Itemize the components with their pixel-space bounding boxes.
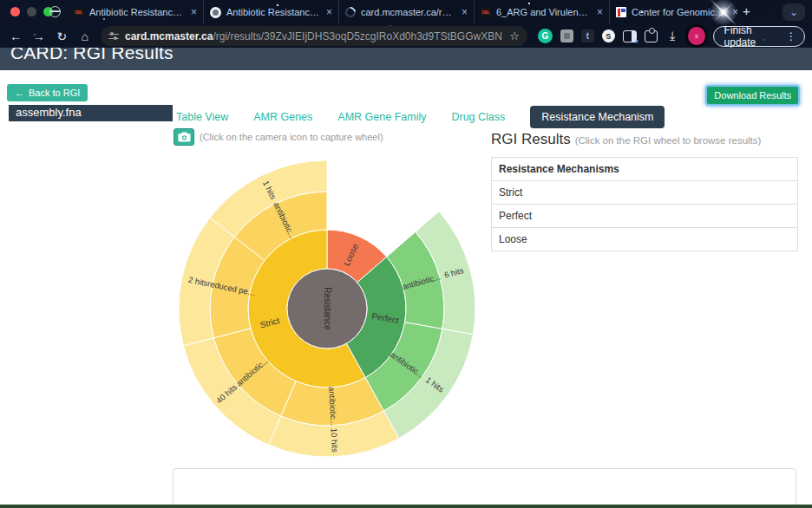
results-table-header: Resistance Mechanisms [492, 158, 797, 180]
browser-window: DBLAntibiotic Resistance Genes×Antibioti… [0, 0, 812, 508]
camera-row: (Click on the camera icon to capture whe… [174, 128, 383, 146]
footer-strip [0, 505, 812, 508]
results-panel: RGI Results(Click on the RGI wheel to br… [491, 131, 798, 251]
tab-table-view[interactable]: Table View [176, 111, 228, 123]
chevron-down-icon: ⌄ [789, 6, 798, 18]
cge-favicon [616, 7, 626, 17]
view-tabs: Table ViewAMR GenesAMR Gene FamilyDrug C… [176, 106, 665, 128]
page-header: CARD: RGI Results [0, 48, 812, 70]
dbl-favicon: DBL [481, 7, 491, 17]
back-arrow-icon: ← [15, 88, 24, 98]
close-icon[interactable]: × [732, 7, 738, 17]
page-content: ← Back to RGI assembly.fna Table ViewAMR… [0, 70, 812, 508]
s-extension-icon[interactable]: S [602, 29, 615, 42]
home-icon[interactable]: ⌂ [78, 29, 93, 43]
detail-panel [173, 468, 796, 508]
wheel-label: 10 hits [329, 428, 339, 453]
tab-search-button[interactable]: ⌄ [783, 3, 805, 21]
t-extension-icon[interactable]: t [581, 29, 594, 42]
download-icon[interactable]: ⤓ [665, 29, 680, 43]
back-icon[interactable]: ← [9, 29, 23, 43]
close-icon[interactable]: × [462, 7, 468, 17]
extensions-puzzle-icon[interactable] [645, 30, 658, 42]
browser-tab[interactable]: Antibiotic Resistance and Vir× [203, 0, 338, 24]
wheel-label: antibiotic... [327, 387, 338, 427]
finish-update-label: Finish update [724, 24, 780, 49]
grammarly-extension-icon[interactable]: G [538, 29, 553, 43]
url-domain: card.mcmaster.ca [125, 30, 213, 42]
tab-drug-class[interactable]: Drug Class [451, 111, 505, 123]
profile-avatar[interactable]: s [688, 27, 704, 45]
browser-tabs: DBLAntibiotic Resistance Genes×Antibioti… [68, 0, 737, 24]
browser-tab[interactable]: Center for Genomic Epidemo× [609, 0, 744, 24]
results-table: Resistance Mechanisms StrictPerfectLoose [491, 157, 798, 251]
dbl-favicon: DBL [74, 7, 84, 17]
tab-amr-genes[interactable]: AMR Genes [253, 111, 312, 123]
new-tab-button[interactable]: + [743, 3, 750, 18]
close-icon[interactable]: × [597, 7, 603, 17]
tab-title: card.mcmaster.ca/rgi/results [361, 7, 456, 17]
filename-label: assembly.fna [9, 105, 173, 121]
tab-resistance-mechanism[interactable]: Resistance Mechanism [530, 106, 665, 128]
globe-icon [49, 6, 61, 17]
browser-menu-icon[interactable]: ⋮ [786, 30, 796, 42]
close-icon[interactable]: × [191, 7, 197, 17]
url-path: /rgi/results/39ZvJIEIjDHS3oqD5zcgIRoXd0h… [213, 30, 501, 42]
tab-title: Antibiotic Resistance and Vir [226, 7, 321, 17]
side-panel-icon[interactable]: ★ [623, 30, 637, 42]
results-row-strict[interactable]: Strict [492, 180, 797, 204]
back-to-rgi-button[interactable]: ← Back to RGI [7, 84, 88, 101]
browser-tab[interactable]: card.mcmaster.ca/rgi/results× [338, 0, 474, 24]
browser-chrome: DBLAntibiotic Resistance Genes×Antibioti… [0, 0, 812, 48]
camera-icon [178, 132, 191, 142]
tab-amr-gene-family[interactable]: AMR Gene Family [337, 111, 426, 123]
results-row-loose[interactable]: Loose [492, 227, 797, 251]
address-bar[interactable]: card.mcmaster.ca/rgi/results/39ZvJIEIjDH… [101, 26, 527, 46]
camera-caption: (Click on the camera icon to capture whe… [200, 132, 383, 142]
download-results-button[interactable]: Download Results [705, 85, 800, 106]
tab-title: 6_ARG and Virulence Genes [496, 7, 592, 17]
traffic-light-minimize[interactable] [27, 7, 36, 16]
finish-update-button[interactable]: Finish update ⋮ [713, 26, 805, 47]
wheel-center-label: Resistance [323, 287, 332, 330]
tab-title: Center for Genomic Epidemo [632, 7, 727, 17]
browser-tab[interactable]: DBL6_ARG and Virulence Genes× [474, 0, 609, 24]
url-text: card.mcmaster.ca/rgi/results/39ZvJIEIjDH… [125, 30, 504, 42]
page-title: CARD: RGI Results [0, 48, 812, 63]
blue-star-icon: ★ [633, 37, 639, 45]
close-icon[interactable]: × [326, 7, 332, 17]
browser-tab[interactable]: DBLAntibiotic Resistance Genes× [68, 0, 203, 24]
reload-icon[interactable]: ↻ [55, 29, 69, 43]
rgi-wheel[interactable]: Looseantibiotic...6 hitsantibiotic...1 h… [178, 160, 476, 458]
spinner-favicon [344, 5, 358, 20]
tab-title: Antibiotic Resistance Genes [89, 7, 186, 17]
browser-toolbar: ← → ↻ ⌂ card.mcmaster.ca/rgi/results/39Z… [0, 24, 812, 48]
results-hint: (Click on the RGI wheel to browse result… [575, 135, 762, 146]
ring-favicon [210, 7, 221, 18]
traffic-light-close[interactable] [10, 7, 20, 16]
camera-button[interactable] [174, 128, 194, 146]
site-info-icon[interactable] [108, 32, 119, 41]
tab-strip: DBLAntibiotic Resistance Genes×Antibioti… [0, 0, 812, 24]
results-row-perfect[interactable]: Perfect [492, 204, 797, 227]
gray-extension-icon[interactable] [560, 29, 573, 42]
bookmark-star-icon[interactable]: ☆ [509, 29, 520, 42]
back-to-rgi-label: Back to RGI [29, 88, 80, 98]
forward-icon[interactable]: → [32, 29, 47, 43]
results-title: RGI Results [491, 131, 571, 147]
